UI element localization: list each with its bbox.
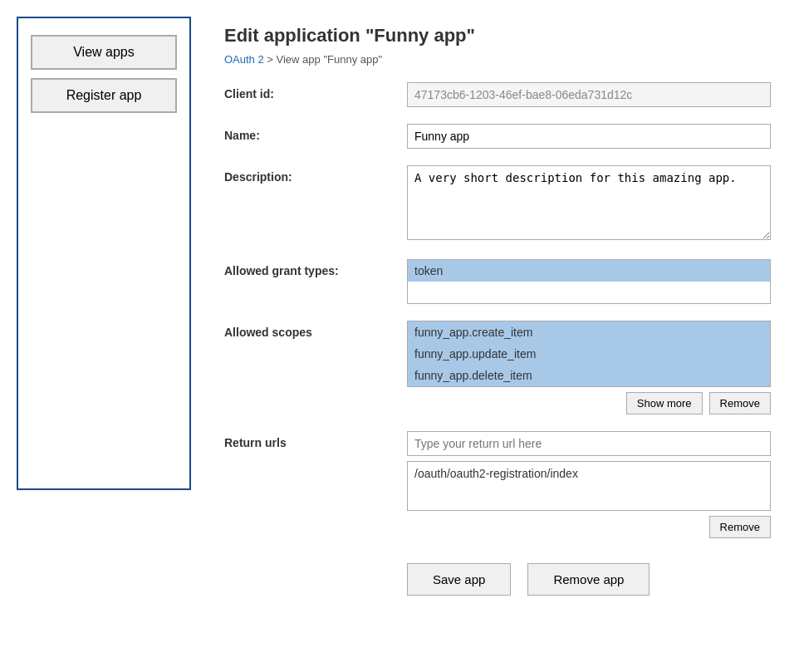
main-content: Edit application "Funny app" OAuth 2 > V… bbox=[208, 17, 787, 655]
name-input[interactable] bbox=[407, 124, 771, 149]
remove-scope-button[interactable]: Remove bbox=[709, 392, 771, 414]
scope-update-item[interactable]: funny_app.update_item bbox=[408, 343, 770, 365]
return-urls-control: /oauth/oauth2-registration/index Remove bbox=[407, 431, 771, 538]
return-url-list: /oauth/oauth2-registration/index bbox=[407, 461, 771, 511]
grant-type-token[interactable]: token bbox=[408, 260, 770, 282]
scope-create-item[interactable]: funny_app.create_item bbox=[408, 321, 770, 343]
description-label: Description: bbox=[224, 165, 407, 184]
register-app-button[interactable]: Register app bbox=[31, 78, 177, 113]
client-id-row: Client id: bbox=[224, 82, 771, 107]
save-app-button[interactable]: Save app bbox=[407, 563, 511, 596]
client-id-label: Client id: bbox=[224, 82, 407, 101]
view-apps-button[interactable]: View apps bbox=[31, 35, 177, 70]
bottom-actions: Save app Remove app bbox=[224, 563, 771, 596]
return-urls-label: Return urls bbox=[224, 431, 407, 449]
sidebar: View apps Register app bbox=[17, 17, 191, 490]
description-row: Description: A very short description fo… bbox=[224, 165, 771, 243]
return-urls-row: Return urls /oauth/oauth2-registration/i… bbox=[224, 431, 771, 538]
breadcrumb: OAuth 2 > View app "Funny app" bbox=[224, 53, 771, 66]
show-more-button[interactable]: Show more bbox=[626, 392, 703, 414]
grant-types-row: Allowed grant types: token bbox=[224, 259, 771, 304]
remove-app-button[interactable]: Remove app bbox=[527, 563, 650, 596]
return-url-entry: /oauth/oauth2-registration/index bbox=[414, 467, 763, 480]
client-id-input bbox=[407, 82, 771, 107]
return-url-input[interactable] bbox=[407, 431, 771, 456]
scope-delete-item[interactable]: funny_app.delete_item bbox=[408, 365, 770, 386]
remove-url-button[interactable]: Remove bbox=[709, 516, 771, 538]
scopes-control: funny_app.create_item funny_app.update_i… bbox=[407, 321, 771, 414]
grant-type-empty bbox=[408, 282, 770, 303]
breadcrumb-separator: > bbox=[264, 53, 277, 66]
grant-types-control: token bbox=[407, 259, 771, 304]
scopes-label: Allowed scopes bbox=[224, 321, 407, 339]
return-url-actions: Remove bbox=[407, 516, 771, 538]
client-id-control bbox=[407, 82, 771, 107]
description-control: A very short description for this amazin… bbox=[407, 165, 771, 243]
scopes-row: Allowed scopes funny_app.create_item fun… bbox=[224, 321, 771, 414]
name-row: Name: bbox=[224, 124, 771, 149]
name-control bbox=[407, 124, 771, 149]
scopes-actions: Show more Remove bbox=[407, 392, 771, 414]
name-label: Name: bbox=[224, 124, 407, 142]
description-textarea[interactable]: A very short description for this amazin… bbox=[407, 165, 771, 240]
page-title: Edit application "Funny app" bbox=[224, 25, 771, 47]
grant-types-listbox[interactable]: token bbox=[407, 259, 771, 304]
scopes-listbox[interactable]: funny_app.create_item funny_app.update_i… bbox=[407, 321, 771, 387]
grant-types-label: Allowed grant types: bbox=[224, 259, 407, 277]
breadcrumb-current: View app "Funny app" bbox=[277, 53, 383, 66]
breadcrumb-link[interactable]: OAuth 2 bbox=[224, 53, 264, 66]
